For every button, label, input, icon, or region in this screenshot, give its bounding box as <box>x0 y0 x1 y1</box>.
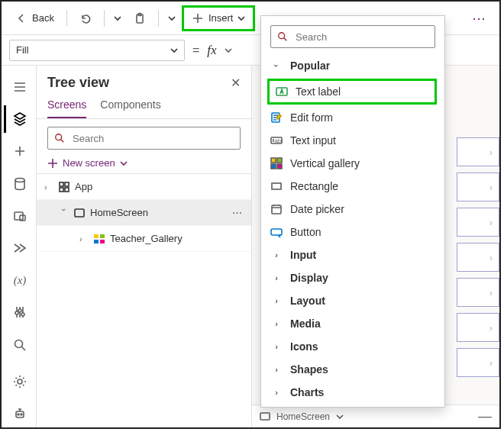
preview-card[interactable]: › <box>457 313 499 342</box>
svg-rect-29 <box>271 158 276 163</box>
tab-components[interactable]: Components <box>100 98 160 118</box>
left-rail: (x) <box>2 66 37 427</box>
group-layout[interactable]: › Layout <box>261 289 443 312</box>
property-selector[interactable]: Fill <box>9 40 185 61</box>
calendar-icon <box>270 203 283 215</box>
chevron-right-icon: › <box>270 386 283 398</box>
tree-search[interactable] <box>47 127 241 150</box>
separator <box>104 10 105 27</box>
tree-node-teacher-gallery[interactable]: › Teacher_Gallery <box>37 226 251 252</box>
svg-point-7 <box>21 313 24 316</box>
svg-point-13 <box>56 134 62 140</box>
arrow-left-icon <box>15 12 27 24</box>
item-text-input[interactable]: abc Text input <box>261 129 443 152</box>
tree-node-label: App <box>75 181 92 192</box>
group-charts[interactable]: › Charts <box>261 381 443 404</box>
search-icon <box>13 338 27 352</box>
back-label: Back <box>32 12 54 24</box>
chevron-down-icon[interactable] <box>336 413 344 421</box>
preview-card[interactable]: › <box>457 137 499 166</box>
rail-variables[interactable]: (x) <box>4 266 34 294</box>
group-media[interactable]: › Media <box>261 312 443 335</box>
rail-media[interactable] <box>4 202 34 230</box>
preview-card[interactable]: › <box>457 208 499 237</box>
media-icon <box>13 209 27 223</box>
back-button[interactable]: Back <box>9 6 60 31</box>
item-text-label[interactable]: Text label <box>267 79 437 105</box>
svg-rect-17 <box>65 188 69 192</box>
rail-advanced-tools[interactable] <box>4 298 34 326</box>
chevron-down-icon <box>114 15 121 22</box>
paste-chevron[interactable] <box>165 6 179 31</box>
item-button[interactable]: Button <box>261 221 443 243</box>
group-input[interactable]: › Input <box>261 243 443 266</box>
screen-icon <box>73 207 86 219</box>
collapse-icon[interactable]: › <box>60 208 69 218</box>
svg-point-11 <box>18 414 19 415</box>
rail-tree-view[interactable] <box>4 105 34 133</box>
clipboard-icon <box>134 12 146 24</box>
gallery-icon <box>270 157 283 169</box>
chevron-down-icon <box>225 47 232 54</box>
svg-rect-22 <box>100 240 105 243</box>
more-button[interactable]: ⋯ <box>467 10 492 27</box>
rail-data[interactable] <box>4 170 34 198</box>
group-shapes[interactable]: › Shapes <box>261 358 443 381</box>
preview-card[interactable]: › <box>457 348 499 377</box>
chevron-right-icon: › <box>270 363 283 376</box>
item-vertical-gallery[interactable]: Vertical gallery <box>261 152 443 175</box>
rail-virtual-agent[interactable] <box>4 400 34 427</box>
group-icons[interactable]: › Icons <box>261 335 443 358</box>
footer-minimize[interactable]: — <box>478 408 492 424</box>
tree-node-homescreen[interactable]: › HomeScreen ⋯ <box>37 200 251 226</box>
preview-card[interactable]: › <box>457 278 499 307</box>
insert-search-input[interactable] <box>294 31 428 44</box>
rail-settings[interactable] <box>4 368 34 395</box>
undo-chevron[interactable] <box>111 6 124 31</box>
fx-button[interactable]: fx <box>207 43 216 58</box>
undo-button[interactable] <box>73 6 98 31</box>
tab-screens[interactable]: Screens <box>47 98 86 118</box>
preview-card[interactable]: › <box>457 243 499 272</box>
node-more-button[interactable]: ⋯ <box>232 207 244 218</box>
svg-point-9 <box>18 379 22 384</box>
tree-view-close[interactable]: ✕ <box>231 76 241 90</box>
group-display[interactable]: › Display <box>261 266 443 289</box>
plus-icon <box>13 144 27 158</box>
insert-button[interactable]: Insert <box>182 5 256 31</box>
rail-hamburger[interactable] <box>4 73 34 101</box>
text-label-icon <box>276 85 288 98</box>
group-popular[interactable]: › Popular <box>261 54 443 77</box>
svg-point-6 <box>18 309 21 312</box>
chevron-down-icon <box>168 15 176 22</box>
tree-node-label: Teacher_Gallery <box>110 233 183 244</box>
svg-rect-31 <box>271 164 276 169</box>
expand-icon[interactable]: › <box>44 182 53 192</box>
insert-scroll[interactable]: › Popular Text label Edit form abc Te <box>261 54 444 404</box>
svg-rect-32 <box>277 164 282 169</box>
expand-icon[interactable]: › <box>79 234 89 243</box>
tools-icon <box>13 305 27 319</box>
tree-search-input[interactable] <box>71 132 234 145</box>
tree-node-app[interactable]: › App <box>37 174 251 200</box>
svg-rect-30 <box>277 158 282 163</box>
paste-button[interactable] <box>128 6 152 31</box>
item-rectangle[interactable]: Rectangle <box>261 175 443 198</box>
rail-insert[interactable] <box>4 137 34 165</box>
svg-rect-15 <box>65 182 69 186</box>
rail-search[interactable] <box>4 331 34 359</box>
insert-search[interactable] <box>270 25 435 48</box>
item-date-picker[interactable]: Date picker <box>261 198 443 221</box>
preview-card[interactable]: › <box>457 172 499 201</box>
rail-power-automate[interactable] <box>4 234 34 262</box>
insert-panel: › Popular Text label Edit form abc Te <box>260 15 445 408</box>
item-edit-form[interactable]: Edit form <box>261 106 443 129</box>
button-icon <box>270 226 283 238</box>
search-icon <box>54 133 65 143</box>
chevron-right-icon: › <box>270 272 283 284</box>
new-screen-button[interactable]: New screen <box>47 157 241 169</box>
search-icon <box>277 31 288 42</box>
canvas-preview-cards: › › › › › › › <box>457 137 499 383</box>
undo-icon <box>79 12 92 24</box>
svg-rect-16 <box>60 188 63 192</box>
